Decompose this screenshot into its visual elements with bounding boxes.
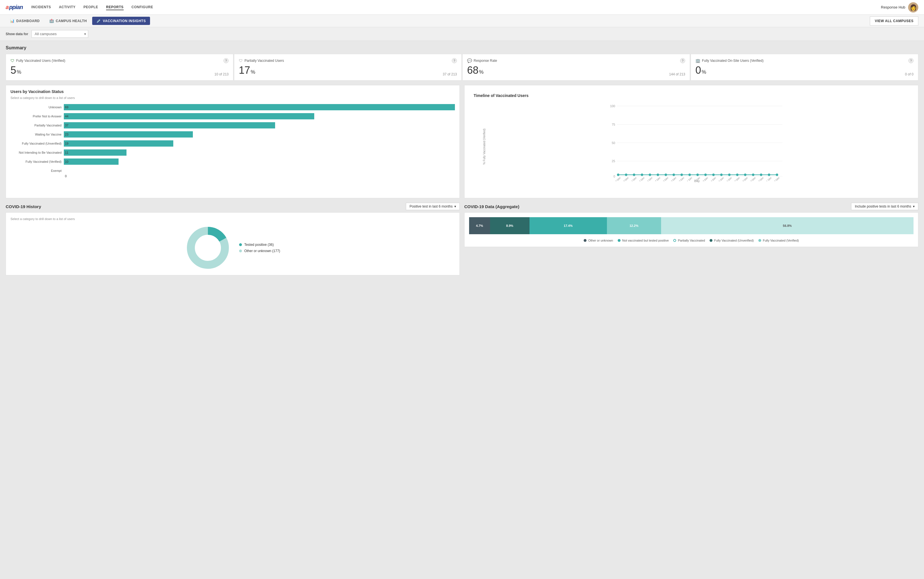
svg-text:18 Dec: 18 Dec: [741, 176, 749, 181]
svg-text:04 Dec: 04 Dec: [630, 176, 637, 181]
card-help-fully-vaccinated[interactable]: ?: [224, 58, 229, 63]
timeline-dot-13: [712, 173, 715, 176]
legend-other-unknown[interactable]: Other or unknown (177): [239, 249, 280, 253]
summary-cards: 🛡 Fully Vaccinated Users (Verified) ? 5 …: [6, 54, 918, 80]
bar-row-fully-verified[interactable]: Fully Vaccinated (Verified) 10: [10, 159, 455, 165]
card-count-onsite: 0 of 0: [905, 72, 914, 76]
aggregate-dropdown-chevron-icon: ▾: [913, 204, 915, 208]
nav-people[interactable]: PEOPLE: [83, 5, 98, 10]
timeline-dot-6: [657, 173, 659, 176]
covid-history-title: COVID-19 History: [6, 204, 41, 209]
card-fully-vaccinated: 🛡 Fully Vaccinated Users (Verified) ? 5 …: [6, 54, 234, 80]
bar-track-fully-verified: 10: [64, 159, 455, 165]
vaccination-icon: 💉: [96, 19, 101, 23]
stacked-bar: 4.7% 8.9% 17.4% 12.2% 56.8%: [469, 217, 914, 234]
timeline-dot-19: [760, 173, 762, 176]
svg-text:21 Dec: 21 Dec: [765, 176, 772, 181]
svg-text:17 Dec: 17 Dec: [733, 176, 741, 181]
donut-chart-box: Select a category to drill down to a lis…: [6, 213, 460, 275]
timeline-dot-18: [752, 173, 754, 176]
card-help-response-rate[interactable]: ?: [680, 58, 685, 63]
bar-row-not-intending[interactable]: Not Intending to Be Vaccinated 11: [10, 149, 455, 156]
covid-history-dropdown[interactable]: Positive test in last 6 months ▾: [406, 203, 460, 210]
card-help-partially-vaccinated[interactable]: ?: [452, 58, 457, 63]
bar-value-not-intending: 11: [65, 151, 68, 154]
bar-row-waiting[interactable]: Waiting for Vaccine 23: [10, 131, 455, 137]
timeline-dot-2: [625, 173, 627, 176]
timeline-dot-15: [728, 173, 731, 176]
view-all-campuses-button[interactable]: VIEW ALL CAMPUSES: [870, 16, 918, 26]
nav-configure[interactable]: CONFIGURE: [132, 5, 154, 10]
svg-text:0: 0: [613, 175, 615, 178]
timeline-chart-title: Timeline of Vaccinated Users: [469, 89, 914, 99]
legend-tested-positive[interactable]: Tested positive (36): [239, 243, 280, 247]
card-title-onsite: Fully Vaccinated On-Site Users (Verified…: [702, 59, 764, 63]
bar-value-exempt: 0: [65, 174, 67, 178]
legend-item-fully-verified: Fully Vaccinated (Verified): [758, 239, 799, 242]
bar-row-partially[interactable]: Partially Vaccinated 37: [10, 122, 455, 128]
card-count-response-rate: 144 of 213: [669, 72, 685, 76]
svg-text:22 Dec: 22 Dec: [772, 176, 780, 181]
avatar[interactable]: 👩: [908, 2, 918, 13]
seg-fully-unverified: 8.9%: [490, 217, 530, 234]
nav-activity[interactable]: ACTIVITY: [59, 5, 76, 10]
timeline-dot-3: [633, 173, 635, 176]
svg-text:03 Dec: 03 Dec: [621, 176, 629, 181]
vaccination-status-section: Users by Vaccination Status Select a cat…: [6, 85, 460, 198]
card-help-onsite[interactable]: ?: [908, 58, 914, 63]
seg-partially-vacc: 56.8%: [661, 217, 914, 234]
bar-value-prefer-not: 44: [65, 114, 68, 118]
nav-right: Response Hub 👩: [881, 2, 918, 13]
filter-bar: Show data for All campuses: [0, 27, 924, 41]
nav-user-label[interactable]: Response Hub: [881, 5, 905, 9]
timeline-chart: Timeline of Vaccinated Users % Fully Vac…: [464, 85, 918, 198]
donut-legend: Tested positive (36) Other or unknown (1…: [239, 243, 280, 253]
campus-filter-select[interactable]: All campuses: [31, 30, 88, 38]
svg-text:09 Dec: 09 Dec: [669, 176, 677, 181]
y-axis-label: % Fully Vaccinated (Verified): [483, 128, 486, 164]
timeline-dot-4: [641, 173, 643, 176]
nav-reports[interactable]: REPORTS: [106, 5, 124, 10]
main-content: Summary 🛡 Fully Vaccinated Users (Verifi…: [0, 41, 924, 280]
bar-track-fully-unverified: 19: [64, 141, 455, 147]
bar-label-unknown: Unknown: [10, 105, 62, 109]
svg-text:16 Dec: 16 Dec: [725, 176, 733, 181]
timeline-dot-12: [704, 173, 707, 176]
bar-value-unknown: 69: [65, 105, 68, 109]
legend-item-not-vacc-positive: Not vaccinated but tested positive: [618, 239, 669, 242]
bar-row-unknown[interactable]: Unknown 69: [10, 104, 455, 110]
bar-value-fully-unverified: 19: [65, 142, 68, 145]
timeline-dot-10: [689, 173, 691, 176]
bottom-section: COVID-19 History Positive test in last 6…: [6, 203, 918, 275]
tab-campus-health[interactable]: 🏥 CAMPUS HEALTH: [45, 17, 91, 25]
svg-text:11 Dec: 11 Dec: [685, 176, 693, 181]
timeline-dot-7: [664, 173, 667, 176]
bar-row-exempt[interactable]: Exempt 0: [10, 168, 455, 174]
tab-vaccination-insights[interactable]: 💉 VACCINATION INSIGHTS: [92, 17, 150, 25]
stacked-legend: Other or unknown Not vaccinated but test…: [469, 239, 914, 242]
bar-fill-unknown: 69: [64, 104, 455, 110]
nav-incidents[interactable]: INCIDENTS: [31, 5, 51, 10]
seg-other-unknown: 4.7%: [469, 217, 490, 234]
bar-chart-area: Unknown 69 Prefer Not to Answer 44: [6, 102, 460, 181]
bar-row-prefer-not[interactable]: Prefer Not to Answer 44: [10, 113, 455, 119]
bar-row-fully-unverified[interactable]: Fully Vaccinated (Unverified) 19: [10, 141, 455, 147]
charts-row: Users by Vaccination Status Select a cat…: [6, 85, 918, 198]
covid-history-section: COVID-19 History Positive test in last 6…: [6, 203, 460, 275]
summary-title: Summary: [6, 45, 918, 51]
bar-label-prefer-not: Prefer Not to Answer: [10, 114, 62, 118]
svg-text:10 Dec: 10 Dec: [677, 176, 685, 181]
other-unknown-dot: [239, 250, 242, 252]
donut-content: Tested positive (36) Other or unknown (1…: [10, 225, 455, 270]
bar-track-waiting: 23: [64, 131, 455, 137]
fully-vaccinated-icon: 🛡: [10, 59, 15, 63]
covid-aggregate-dropdown[interactable]: Include positive tests in last 6 months …: [851, 203, 918, 210]
vaccination-chart-title: Users by Vaccination Status: [6, 85, 460, 95]
legend-label-other: Other or unknown: [588, 239, 613, 242]
tab-dashboard[interactable]: 📊 DASHBOARD: [6, 17, 44, 25]
appian-logo: appian: [6, 4, 23, 10]
timeline-dot-5: [649, 173, 651, 176]
stacked-bar-box: 4.7% 8.9% 17.4% 12.2% 56.8%: [464, 213, 918, 247]
svg-text:14 Dec: 14 Dec: [709, 176, 717, 181]
legend-dot-not-vacc: [618, 239, 621, 242]
